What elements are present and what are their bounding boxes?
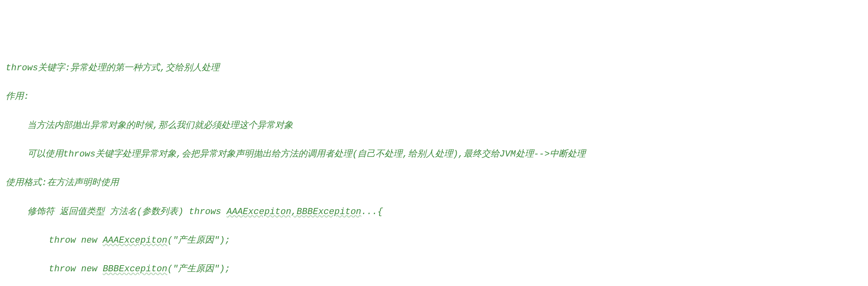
- text-segment: ("产生原因");: [167, 235, 230, 246]
- code-comment-line: throw new BBBExcepiton("产生原因");: [6, 262, 862, 276]
- text-segment: throw new: [6, 264, 103, 274]
- code-comment-line: 可以使用throws关键字处理异常对象,会把异常对象声明抛出给方法的调用者处理(…: [6, 147, 862, 161]
- code-comment-line: 使用格式:在方法声明时使用: [6, 176, 862, 190]
- code-comment-line: throws关键字:异常处理的第一种方式,交给别人处理: [6, 61, 862, 75]
- typo-underline: AAAExcepiton: [103, 235, 167, 246]
- typo-underline: BBBExcepiton: [103, 264, 167, 274]
- text-segment: ("产生原因");: [167, 264, 230, 274]
- code-comment-line: 当方法内部抛出异常对象的时候,那么我们就必须处理这个异常对象: [6, 118, 862, 133]
- text-segment: 修饰符 返回值类型 方法名(参数列表) throws: [6, 207, 226, 217]
- text-segment: ...{: [361, 207, 383, 217]
- text-segment: throw new: [6, 235, 103, 246]
- typo-underline: AAAExcepiton,BBBExcepiton: [226, 207, 361, 217]
- code-comment-line: 修饰符 返回值类型 方法名(参数列表) throws AAAExcepiton,…: [6, 205, 862, 219]
- code-comment-line: 作用:: [6, 89, 862, 104]
- code-comment-line: throw new AAAExcepiton("产生原因");: [6, 233, 862, 248]
